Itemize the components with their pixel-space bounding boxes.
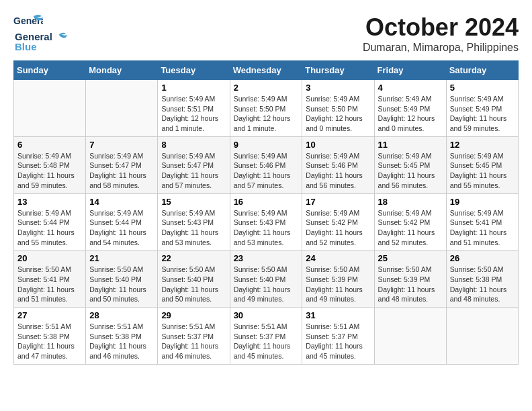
- calendar-cell: [86, 80, 158, 137]
- calendar-cell: 22Sunrise: 5:50 AMSunset: 5:40 PMDayligh…: [158, 250, 230, 308]
- calendar-cell: [14, 80, 86, 137]
- day-info: Sunrise: 5:49 AMSunset: 5:46 PMDaylight:…: [234, 151, 299, 191]
- day-number: 17: [306, 197, 370, 207]
- calendar-cell: 3Sunrise: 5:49 AMSunset: 5:50 PMDaylight…: [302, 80, 374, 137]
- day-info: Sunrise: 5:49 AMSunset: 5:42 PMDaylight:…: [378, 208, 443, 248]
- day-number: 31: [306, 310, 370, 320]
- day-info: Sunrise: 5:51 AMSunset: 5:37 PMDaylight:…: [306, 322, 370, 361]
- calendar-cell: 6Sunrise: 5:49 AMSunset: 5:48 PMDaylight…: [14, 136, 86, 193]
- calendar-cell: 15Sunrise: 5:49 AMSunset: 5:43 PMDayligh…: [158, 193, 230, 250]
- day-number: 11: [378, 140, 443, 150]
- day-info: Sunrise: 5:49 AMSunset: 5:47 PMDaylight:…: [89, 151, 154, 191]
- day-number: 7: [89, 140, 154, 150]
- calendar-cell: 18Sunrise: 5:49 AMSunset: 5:42 PMDayligh…: [374, 193, 446, 250]
- day-info: Sunrise: 5:49 AMSunset: 5:49 PMDaylight:…: [450, 94, 515, 134]
- day-number: 3: [306, 83, 370, 93]
- day-number: 2: [234, 83, 299, 93]
- calendar-table: SundayMondayTuesdayWednesdayThursdayFrid…: [13, 60, 519, 365]
- svg-text:General: General: [13, 15, 43, 26]
- calendar-week-row: 13Sunrise: 5:49 AMSunset: 5:44 PMDayligh…: [14, 193, 519, 250]
- logo-blue: Blue: [15, 41, 37, 52]
- day-info: Sunrise: 5:51 AMSunset: 5:38 PMDaylight:…: [89, 322, 154, 361]
- day-info: Sunrise: 5:51 AMSunset: 5:38 PMDaylight:…: [17, 322, 82, 361]
- calendar-cell: 26Sunrise: 5:50 AMSunset: 5:38 PMDayligh…: [446, 250, 518, 308]
- day-number: 22: [161, 253, 226, 263]
- logo-bird-icon: [54, 32, 67, 42]
- calendar-week-row: 1Sunrise: 5:49 AMSunset: 5:51 PMDaylight…: [14, 80, 519, 137]
- day-number: 1: [161, 83, 226, 93]
- day-info: Sunrise: 5:50 AMSunset: 5:41 PMDaylight:…: [17, 265, 82, 304]
- calendar-cell: 30Sunrise: 5:51 AMSunset: 5:37 PMDayligh…: [230, 308, 302, 365]
- day-info: Sunrise: 5:49 AMSunset: 5:41 PMDaylight:…: [450, 208, 515, 248]
- day-info: Sunrise: 5:49 AMSunset: 5:44 PMDaylight:…: [89, 208, 154, 248]
- day-info: Sunrise: 5:49 AMSunset: 5:45 PMDaylight:…: [450, 151, 515, 191]
- calendar-cell: 7Sunrise: 5:49 AMSunset: 5:47 PMDaylight…: [86, 136, 158, 193]
- day-number: 6: [17, 140, 82, 150]
- day-number: 30: [234, 310, 299, 320]
- day-info: Sunrise: 5:49 AMSunset: 5:43 PMDaylight:…: [234, 208, 299, 248]
- day-number: 23: [234, 253, 299, 263]
- day-number: 26: [450, 253, 515, 263]
- day-number: 27: [17, 310, 82, 320]
- day-info: Sunrise: 5:49 AMSunset: 5:47 PMDaylight:…: [161, 151, 226, 191]
- day-number: 4: [378, 83, 443, 93]
- calendar-cell: 31Sunrise: 5:51 AMSunset: 5:37 PMDayligh…: [302, 308, 374, 365]
- day-info: Sunrise: 5:50 AMSunset: 5:40 PMDaylight:…: [161, 265, 226, 304]
- calendar-cell: [446, 308, 518, 365]
- day-info: Sunrise: 5:49 AMSunset: 5:46 PMDaylight:…: [306, 151, 370, 191]
- day-info: Sunrise: 5:51 AMSunset: 5:37 PMDaylight:…: [234, 322, 299, 361]
- calendar-cell: [374, 308, 446, 365]
- calendar-cell: 8Sunrise: 5:49 AMSunset: 5:47 PMDaylight…: [158, 136, 230, 193]
- weekday-header-saturday: Saturday: [446, 61, 518, 80]
- weekday-header-row: SundayMondayTuesdayWednesdayThursdayFrid…: [14, 61, 519, 80]
- calendar-cell: 5Sunrise: 5:49 AMSunset: 5:49 PMDaylight…: [446, 80, 518, 137]
- weekday-header-wednesday: Wednesday: [230, 61, 302, 80]
- calendar-cell: 9Sunrise: 5:49 AMSunset: 5:46 PMDaylight…: [230, 136, 302, 193]
- day-info: Sunrise: 5:49 AMSunset: 5:43 PMDaylight:…: [161, 208, 226, 248]
- day-info: Sunrise: 5:50 AMSunset: 5:39 PMDaylight:…: [306, 265, 370, 304]
- day-info: Sunrise: 5:50 AMSunset: 5:40 PMDaylight:…: [89, 265, 154, 304]
- day-number: 10: [306, 140, 370, 150]
- calendar-week-row: 20Sunrise: 5:50 AMSunset: 5:41 PMDayligh…: [14, 250, 519, 308]
- day-info: Sunrise: 5:49 AMSunset: 5:51 PMDaylight:…: [161, 94, 226, 134]
- day-number: 8: [161, 140, 226, 150]
- logo: General General Blue: [13, 13, 67, 53]
- day-info: Sunrise: 5:50 AMSunset: 5:38 PMDaylight:…: [450, 265, 515, 304]
- day-info: Sunrise: 5:49 AMSunset: 5:49 PMDaylight:…: [378, 94, 443, 134]
- day-number: 5: [450, 83, 515, 93]
- weekday-header-monday: Monday: [86, 61, 158, 80]
- location-subtitle: Dumaran, Mimaropa, Philippines: [363, 42, 519, 54]
- calendar-cell: 25Sunrise: 5:50 AMSunset: 5:39 PMDayligh…: [374, 250, 446, 308]
- calendar-cell: 16Sunrise: 5:49 AMSunset: 5:43 PMDayligh…: [230, 193, 302, 250]
- month-year-title: October 2024: [363, 13, 519, 42]
- day-info: Sunrise: 5:49 AMSunset: 5:50 PMDaylight:…: [306, 94, 370, 134]
- day-number: 18: [378, 197, 443, 207]
- calendar-cell: 13Sunrise: 5:49 AMSunset: 5:44 PMDayligh…: [14, 193, 86, 250]
- calendar-cell: 24Sunrise: 5:50 AMSunset: 5:39 PMDayligh…: [302, 250, 374, 308]
- calendar-cell: 11Sunrise: 5:49 AMSunset: 5:45 PMDayligh…: [374, 136, 446, 193]
- calendar-cell: 29Sunrise: 5:51 AMSunset: 5:37 PMDayligh…: [158, 308, 230, 365]
- calendar-cell: 4Sunrise: 5:49 AMSunset: 5:49 PMDaylight…: [374, 80, 446, 137]
- day-info: Sunrise: 5:49 AMSunset: 5:44 PMDaylight:…: [17, 208, 82, 248]
- page-header: General General Blue October 2024 Dumara…: [13, 13, 519, 54]
- day-info: Sunrise: 5:51 AMSunset: 5:37 PMDaylight:…: [161, 322, 226, 361]
- day-number: 13: [17, 197, 82, 207]
- day-number: 20: [17, 253, 82, 263]
- day-number: 28: [89, 310, 154, 320]
- weekday-header-friday: Friday: [374, 61, 446, 80]
- calendar-cell: 23Sunrise: 5:50 AMSunset: 5:40 PMDayligh…: [230, 250, 302, 308]
- day-number: 14: [89, 197, 154, 207]
- calendar-cell: 12Sunrise: 5:49 AMSunset: 5:45 PMDayligh…: [446, 136, 518, 193]
- calendar-week-row: 6Sunrise: 5:49 AMSunset: 5:48 PMDaylight…: [14, 136, 519, 193]
- day-number: 24: [306, 253, 370, 263]
- calendar-week-row: 27Sunrise: 5:51 AMSunset: 5:38 PMDayligh…: [14, 308, 519, 365]
- calendar-cell: 17Sunrise: 5:49 AMSunset: 5:42 PMDayligh…: [302, 193, 374, 250]
- calendar-cell: 28Sunrise: 5:51 AMSunset: 5:38 PMDayligh…: [86, 308, 158, 365]
- day-info: Sunrise: 5:50 AMSunset: 5:40 PMDaylight:…: [234, 265, 299, 304]
- day-info: Sunrise: 5:49 AMSunset: 5:45 PMDaylight:…: [378, 151, 443, 191]
- day-info: Sunrise: 5:49 AMSunset: 5:50 PMDaylight:…: [234, 94, 299, 134]
- day-number: 9: [234, 140, 299, 150]
- day-number: 15: [161, 197, 226, 207]
- day-info: Sunrise: 5:50 AMSunset: 5:39 PMDaylight:…: [378, 265, 443, 304]
- calendar-cell: 20Sunrise: 5:50 AMSunset: 5:41 PMDayligh…: [14, 250, 86, 308]
